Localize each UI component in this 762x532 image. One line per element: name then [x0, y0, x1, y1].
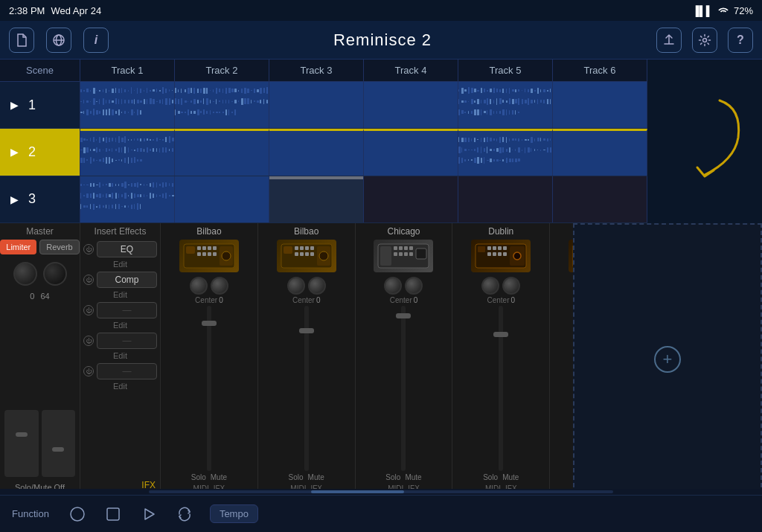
channel-3-fader-handle[interactable]	[396, 313, 411, 318]
clip-1-5[interactable]	[458, 82, 553, 128]
clip-3-4[interactable]	[364, 176, 458, 222]
channel-3-solo-mute: Solo Mute	[357, 472, 451, 482]
play-icon[interactable]	[138, 504, 159, 525]
clip-2-6[interactable]	[553, 129, 647, 175]
clip-3-3[interactable]	[269, 176, 364, 222]
fx4-power-btn[interactable]: ⏻	[83, 336, 94, 346]
scene-cell-3: ▶ 3	[0, 176, 80, 222]
info-icon-btn[interactable]: i	[83, 28, 109, 53]
eq-edit-label[interactable]: Edit	[80, 259, 160, 270]
svg-rect-29	[380, 246, 391, 266]
fx3-edit-label[interactable]: Edit	[80, 320, 160, 331]
clip-3-2[interactable]	[175, 176, 269, 222]
annotation-arrow	[660, 93, 749, 190]
clip-1-2[interactable]	[175, 82, 269, 128]
svg-rect-43	[498, 246, 502, 250]
clip-2-1[interactable]	[80, 129, 175, 175]
channel-2-solo[interactable]: Solo	[287, 472, 305, 482]
fx3-power-btn[interactable]: ⏻	[83, 305, 94, 315]
help-icon-btn[interactable]: ?	[728, 28, 753, 53]
fx5-power-btn[interactable]: ⏻	[83, 366, 94, 376]
channel-1-solo[interactable]: Solo	[190, 472, 208, 482]
fx4-edit-label[interactable]: Edit	[80, 350, 160, 362]
clip-1-4[interactable]	[364, 82, 458, 128]
eq-name-btn[interactable]: EQ	[97, 241, 157, 257]
channel-4-fader-handle[interactable]	[493, 332, 508, 337]
comp-edit-label[interactable]: Edit	[80, 289, 160, 301]
scene-play-2[interactable]: ▶	[6, 144, 22, 160]
scrollbar-track[interactable]	[149, 490, 613, 493]
master-fader-handle-2[interactable]	[52, 447, 64, 452]
svg-rect-13	[213, 252, 217, 256]
channel-1-knob-2[interactable]	[211, 277, 228, 295]
eq-power-btn[interactable]: ⏻	[83, 244, 94, 254]
channel-3-device[interactable]	[374, 240, 433, 272]
channel-4-mute[interactable]: Mute	[501, 472, 520, 482]
reverb-button[interactable]: Reverb	[39, 240, 79, 254]
track-header-3: Track 3	[269, 60, 364, 81]
tempo-button[interactable]: Tempo	[210, 504, 258, 523]
clip-1-6[interactable]	[553, 82, 647, 128]
loop-icon[interactable]	[174, 504, 195, 525]
clip-3-5[interactable]	[458, 176, 553, 222]
track-header-1: Track 1	[80, 60, 175, 81]
clip-1-3[interactable]	[269, 82, 364, 128]
scrollbar-thumb[interactable]	[311, 490, 404, 493]
channel-3-knob-2[interactable]	[405, 277, 423, 295]
settings-icon-btn[interactable]	[692, 28, 717, 53]
channel-2-mute[interactable]: Mute	[307, 472, 326, 482]
master-section: Master Limiter Reverb 0 64 Solo/Mute Off	[0, 223, 80, 495]
channel-1-mute[interactable]: Mute	[209, 472, 228, 482]
svg-rect-42	[493, 246, 496, 250]
channel-1-knob-1[interactable]	[190, 277, 208, 295]
channel-4-knob-1[interactable]	[481, 277, 499, 295]
channel-2-knob-1[interactable]	[287, 277, 305, 295]
fx4-empty[interactable]: —	[97, 333, 157, 349]
master-fader-2[interactable]	[42, 410, 76, 477]
clip-2-3[interactable]	[269, 129, 364, 175]
clip-2-5[interactable]	[458, 129, 553, 175]
channel-2-device[interactable]	[277, 240, 336, 272]
master-fader-handle-1[interactable]	[16, 432, 28, 437]
clip-2-2[interactable]	[175, 129, 269, 175]
file-icon-btn[interactable]	[9, 28, 34, 53]
export-icon-btn[interactable]	[656, 28, 682, 53]
limiter-button[interactable]: Limiter	[0, 240, 36, 254]
channel-4-device[interactable]	[471, 240, 531, 272]
clip-2-4[interactable]	[364, 129, 458, 175]
circle-icon[interactable]	[67, 504, 88, 525]
channel-2-fader[interactable]	[304, 306, 309, 471]
globe-icon-btn[interactable]	[46, 28, 71, 53]
comp-power-btn[interactable]: ⏻	[83, 275, 94, 285]
square-icon[interactable]	[103, 504, 124, 525]
add-track-button[interactable]: +	[654, 346, 681, 373]
channel-4-solo[interactable]: Solo	[481, 472, 499, 482]
fx3-empty[interactable]: —	[97, 302, 157, 318]
channel-3-solo[interactable]: Solo	[384, 472, 402, 482]
master-knob-1[interactable]	[13, 262, 37, 286]
clip-3-1[interactable]	[80, 176, 175, 222]
master-knob-2[interactable]	[43, 262, 67, 286]
comp-name-btn[interactable]: Comp	[97, 272, 157, 288]
channel-1-fader-handle[interactable]	[202, 321, 217, 326]
channel-4-fader[interactable]	[499, 306, 503, 471]
channel-4-knob-2[interactable]	[502, 277, 520, 295]
svg-rect-30	[394, 246, 397, 250]
channel-3-fader[interactable]	[401, 306, 406, 471]
channel-1-device[interactable]	[179, 240, 239, 272]
fx5-edit-label[interactable]: Edit	[80, 381, 160, 392]
channel-2-knob-2[interactable]	[308, 277, 326, 295]
scene-play-3[interactable]: ▶	[6, 191, 22, 208]
clip-3-6[interactable]	[553, 176, 647, 222]
channel-3-knob-1[interactable]	[384, 277, 402, 295]
svg-rect-12	[208, 252, 211, 256]
track-header-4: Track 4	[364, 60, 458, 81]
channel-3-mute[interactable]: Mute	[403, 472, 423, 482]
fx5-empty[interactable]: —	[97, 363, 157, 379]
scene-play-1[interactable]: ▶	[6, 97, 22, 113]
app-title: Reminisce 2	[333, 31, 432, 50]
channel-1-fader[interactable]	[207, 306, 211, 471]
clip-1-1[interactable]	[80, 82, 175, 128]
master-fader-1[interactable]	[4, 410, 39, 477]
channel-2-fader-handle[interactable]	[299, 328, 314, 333]
